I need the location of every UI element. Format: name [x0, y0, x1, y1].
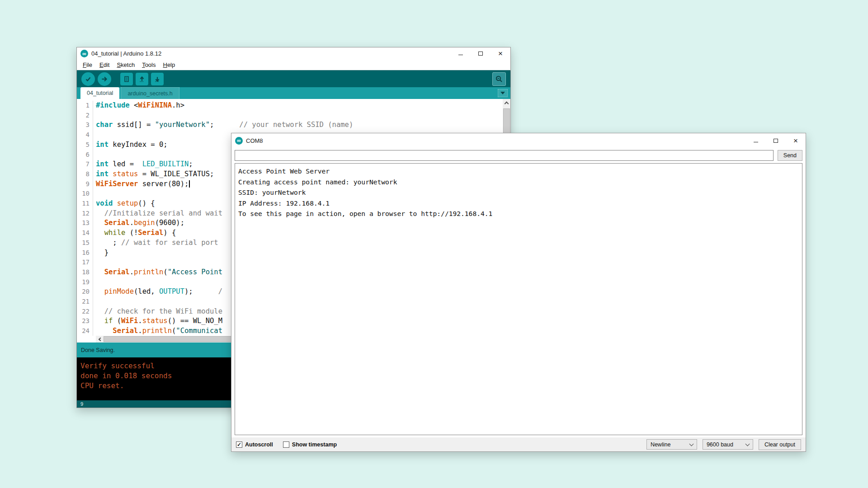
minimize-button[interactable]: [746, 133, 766, 148]
menubar: File Edit Sketch Tools Help: [77, 60, 510, 70]
magnifier-icon: [495, 75, 503, 83]
serial-send-row: Send: [235, 150, 802, 161]
verify-button[interactable]: [81, 72, 95, 86]
close-button[interactable]: ×: [786, 133, 806, 148]
minimize-icon: [458, 55, 463, 55]
serial-output-area: Access Point Web Server Creating access …: [235, 163, 802, 435]
show-timestamp-checkbox[interactable]: Show timestamp: [283, 441, 337, 448]
tab-list-dropdown-button[interactable]: [498, 89, 508, 97]
chevron-down-icon: [500, 92, 505, 94]
line-ending-value: Newline: [651, 441, 670, 448]
tabbar: 04_tutorial arduino_secrets.h: [77, 87, 510, 99]
tab-arduino-secrets[interactable]: arduino_secrets.h: [121, 87, 179, 99]
serial-monitor-button[interactable]: [492, 72, 506, 86]
toolbar: [77, 70, 510, 87]
minimize-icon: [754, 142, 758, 142]
close-button[interactable]: ×: [491, 47, 510, 60]
arrow-up-icon: [138, 75, 146, 83]
send-button[interactable]: Send: [778, 150, 802, 161]
document-icon: [123, 75, 130, 83]
clear-output-button[interactable]: Clear output: [759, 439, 801, 450]
serial-output-text: Access Point Web Server Creating access …: [235, 164, 802, 221]
maximize-button[interactable]: [471, 47, 491, 60]
scroll-left-button[interactable]: [96, 336, 104, 343]
serial-window-title: COM8: [246, 137, 263, 144]
serial-input[interactable]: [235, 150, 774, 161]
checkbox-icon: [283, 441, 289, 448]
new-sketch-button[interactable]: [120, 73, 133, 85]
serial-footer-right: Newline 9600 baud Clear output: [646, 439, 801, 450]
ide-window-controls: ×: [451, 47, 510, 60]
chevron-up-icon: [505, 102, 509, 106]
serial-titlebar: ∞ COM8 ×: [231, 133, 806, 148]
menu-sketch[interactable]: Sketch: [113, 61, 138, 69]
serial-footer-bar: Autoscroll Show timestamp Newline 9600 b…: [231, 437, 806, 451]
ide-titlebar: ∞ 04_tutorial | Arduino 1.8.12 ×: [77, 47, 510, 60]
arduino-logo-icon: ∞: [80, 50, 88, 57]
arduino-logo-icon: ∞: [235, 137, 243, 145]
menu-edit[interactable]: Edit: [96, 61, 113, 69]
save-sketch-button[interactable]: [151, 73, 164, 85]
autoscroll-label: Autoscroll: [245, 441, 273, 448]
chevron-left-icon: [99, 337, 102, 341]
baud-rate-select[interactable]: 9600 baud: [703, 439, 753, 450]
baud-rate-value: 9600 baud: [707, 441, 733, 448]
serial-monitor-window: ∞ COM8 × Send Access Point Web Server Cr…: [231, 133, 806, 452]
open-sketch-button[interactable]: [136, 73, 148, 85]
arrow-right-icon: [101, 75, 108, 83]
menu-tools[interactable]: Tools: [139, 61, 159, 69]
maximize-button[interactable]: [766, 133, 786, 148]
menu-help[interactable]: Help: [160, 61, 178, 69]
autoscroll-checkbox[interactable]: Autoscroll: [236, 441, 273, 448]
upload-button[interactable]: [98, 72, 111, 86]
chevron-down-icon: [689, 441, 693, 446]
check-icon: [85, 75, 92, 83]
serial-window-controls: ×: [746, 133, 806, 148]
tab-04-tutorial[interactable]: 04_tutorial: [80, 87, 119, 99]
checkbox-icon: [236, 441, 242, 448]
line-ending-select[interactable]: Newline: [646, 439, 697, 450]
menu-file[interactable]: File: [80, 61, 95, 69]
ide-window-title: 04_tutorial | Arduino 1.8.12: [91, 50, 161, 57]
maximize-icon: [774, 139, 778, 143]
arrow-down-icon: [154, 75, 161, 83]
current-line-indicator: 9: [80, 401, 83, 407]
show-timestamp-label: Show timestamp: [292, 441, 337, 448]
scroll-up-button[interactable]: [503, 99, 510, 107]
maximize-icon: [478, 52, 483, 56]
chevron-down-icon: [745, 441, 750, 446]
minimize-button[interactable]: [451, 47, 471, 60]
